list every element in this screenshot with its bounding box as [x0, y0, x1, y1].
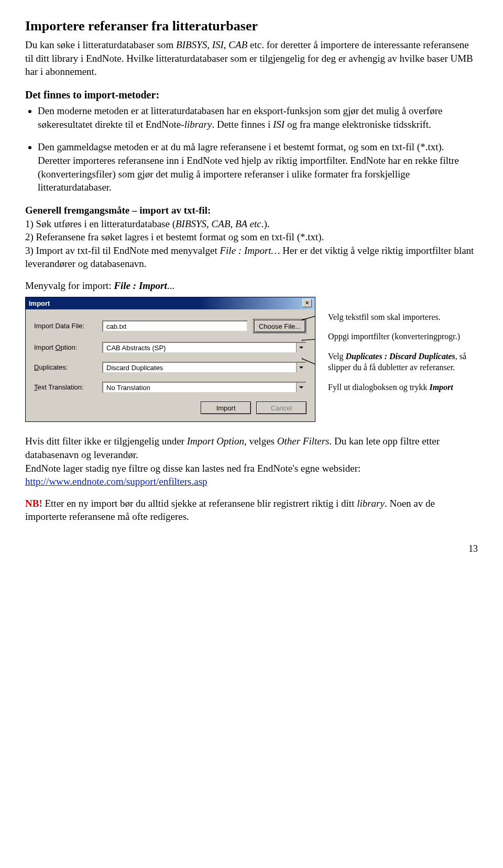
nb-paragraph: NB! Etter en ny import bør du alltid sje…: [25, 497, 478, 524]
step1-c: .).: [261, 218, 270, 229]
a4-b: Import: [429, 383, 453, 392]
bullet1-c: . Dette finnes i: [212, 119, 273, 130]
nb-b: library: [357, 498, 385, 509]
dialog-title: Import: [29, 299, 50, 308]
dialog-titlebar[interactable]: Import ×: [26, 297, 315, 310]
chevron-down-icon[interactable]: [296, 363, 305, 372]
annotation-1: Velg tekstfil som skal importeres.: [328, 311, 478, 323]
menvalg-a: Menyvalg for import:: [25, 280, 114, 291]
intro-paragraph: Du kan søke i litteraturdatabaser som BI…: [25, 38, 478, 79]
general-heading: Generell fremgangsmåte – import av txt-f…: [25, 204, 478, 217]
menvalg-line: Menyvalg for import: File : Import...: [25, 279, 478, 293]
import-dialog: Import × Import Data File: cab.txt Choos…: [25, 297, 315, 422]
import-option-dropdown[interactable]: CAB Abstracts (SP): [102, 342, 307, 353]
a4-a: Fyll ut dialogboksen og trykk: [328, 383, 429, 392]
step1-a: 1) Søk utføres i en litteraturdatabase (: [25, 218, 176, 229]
annotation-column: Velg tekstfil som skal importeres. Oppgi…: [315, 297, 478, 422]
import-button[interactable]: Import: [201, 402, 251, 414]
translation-value: No Translation: [106, 384, 150, 392]
cancel-button: Cancel: [256, 402, 307, 414]
page-number: 13: [25, 542, 478, 555]
menvalg-c: ...: [167, 280, 174, 291]
translation-dropdown[interactable]: No Translation: [102, 382, 307, 393]
label-data-file: Import Data File:: [34, 321, 102, 331]
a3-a: Velg: [328, 352, 345, 361]
bullet-old: Den gammeldagse metoden er at du må lagr…: [38, 140, 478, 194]
nb-a: Etter en ny import bør du alltid sjekke …: [42, 498, 357, 509]
duplicates-value: Discard Duplicates: [106, 364, 163, 372]
intro-text-b: BIBSYS, ISI, CAB: [176, 39, 247, 50]
after-paragraph-1: Hvis ditt filter ikke er tilgjengelig un…: [25, 435, 478, 488]
bullet1-b: library: [184, 119, 212, 130]
label-translation: Text Translation:: [34, 383, 102, 392]
annotation-3: Velg Duplicates : Discard Duplicates, så…: [328, 351, 478, 373]
step3-a: 3) Import av txt-fil til EndNote med men…: [25, 245, 220, 256]
bullet1-e: og fra mange elektroniske tidsskrift.: [285, 119, 431, 130]
after1-c: , velges: [244, 436, 277, 447]
after1-b: Import Option: [187, 436, 244, 447]
step-3: 3) Import av txt-fil til EndNote med men…: [25, 244, 478, 271]
after1-d: Other Filters: [277, 436, 330, 447]
step1-b: BIBSYS, CAB, BA etc: [176, 218, 261, 229]
chevron-down-icon[interactable]: [296, 343, 305, 352]
annotation-4: Fyll ut dialogboksen og trykk Import: [328, 382, 478, 393]
chevron-down-icon[interactable]: [296, 383, 305, 392]
filters-link[interactable]: http://www.endnote.com/support/enfilters…: [25, 476, 207, 487]
bullet-modern: Den moderne metoden er at litteraturdata…: [38, 104, 478, 131]
annotation-2: Oppgi importfilter (konverteringprogr.): [328, 331, 478, 342]
choose-file-button[interactable]: Choose File...: [254, 320, 305, 332]
after2: EndNote lager stadig nye filtre og disse…: [25, 463, 360, 474]
a3-b: Duplicates : Discard Duplicates: [345, 352, 455, 361]
nb-label: NB!: [25, 498, 42, 509]
close-button[interactable]: ×: [302, 299, 312, 307]
import-option-value: CAB Abstracts (SP): [106, 344, 166, 352]
step-2: 2) Referansene fra søket lagres i et bes…: [25, 230, 478, 244]
bullet1-d: ISI: [273, 119, 285, 130]
menvalg-b: File : Import: [114, 280, 167, 291]
methods-heading: Det finnes to import-metoder:: [25, 88, 478, 102]
page-title: Importere referanser fra litteraturbaser: [25, 17, 478, 35]
after1-a: Hvis ditt filter ikke er tilgjengelig un…: [25, 436, 187, 447]
step3-b: File : Import…: [220, 245, 280, 256]
step-1: 1) Søk utføres i en litteraturdatabase (…: [25, 217, 478, 231]
duplicates-dropdown[interactable]: Discard Duplicates: [102, 362, 307, 373]
data-file-field[interactable]: cab.txt: [102, 320, 248, 332]
intro-text-a: Du kan søke i litteraturdatabaser som: [25, 39, 176, 50]
label-option: Import Option:: [34, 343, 102, 352]
label-duplicates: Duplicates:: [34, 363, 102, 372]
